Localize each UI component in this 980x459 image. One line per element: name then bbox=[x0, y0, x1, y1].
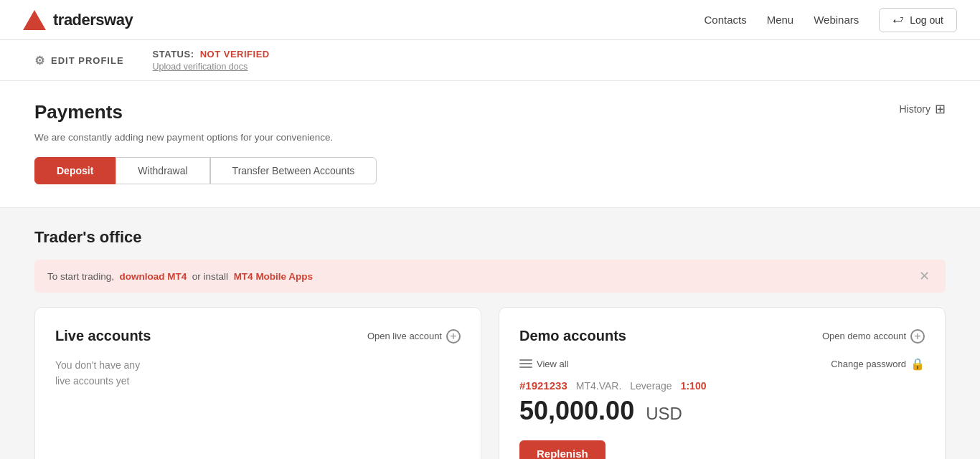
notice-middle: or install bbox=[192, 271, 228, 282]
history-icon: ⊞ bbox=[935, 101, 946, 117]
edit-icon: ⚙ bbox=[34, 54, 45, 67]
nav-contacts[interactable]: Contacts bbox=[704, 14, 746, 26]
payments-subtitle: We are constantly adding new payment opt… bbox=[34, 132, 946, 143]
plus-demo-icon: + bbox=[910, 329, 925, 344]
notice-prefix: To start trading, bbox=[47, 271, 114, 282]
live-accounts-card: Live accounts Open live account + You do… bbox=[34, 307, 481, 459]
live-accounts-title: Live accounts bbox=[55, 328, 151, 344]
demo-account-id-row: #1921233 MT4.VAR. Leverage 1:100 bbox=[519, 379, 925, 392]
history-link[interactable]: History ⊞ bbox=[899, 101, 946, 117]
download-mt4-link[interactable]: download MT4 bbox=[120, 271, 187, 282]
logout-label: Log out bbox=[910, 14, 943, 26]
open-live-label: Open live account bbox=[367, 331, 442, 341]
accounts-grid: Live accounts Open live account + You do… bbox=[34, 307, 946, 459]
logout-icon: ⮐ bbox=[892, 14, 904, 27]
open-demo-label: Open demo account bbox=[822, 331, 906, 341]
trader-office-title: Trader's office bbox=[34, 228, 946, 247]
plus-icon: + bbox=[446, 329, 461, 344]
demo-accounts-card: Demo accounts Open demo account + View a… bbox=[499, 307, 946, 459]
payment-tabs: Deposit Withdrawal Transfer Between Acco… bbox=[34, 157, 946, 184]
status-area: STATUS: NOT VERIFIED Upload verification… bbox=[153, 49, 270, 72]
payments-title: Payments bbox=[34, 101, 123, 123]
navbar: tradersway Contacts Menu Webinars ⮐ Log … bbox=[0, 0, 980, 40]
account-id-badge: #1921233 bbox=[519, 379, 567, 392]
view-all-button[interactable]: View all bbox=[519, 359, 569, 369]
tab-deposit[interactable]: Deposit bbox=[34, 157, 116, 184]
main-content: Trader's office To start trading, downlo… bbox=[0, 208, 980, 459]
replenish-button[interactable]: Replenish bbox=[519, 440, 606, 459]
leverage-label: Leverage bbox=[630, 380, 672, 392]
nav-webinars[interactable]: Webinars bbox=[814, 14, 859, 26]
edit-profile-button[interactable]: ⚙ EDIT PROFILE bbox=[34, 54, 124, 67]
profile-status-bar: ⚙ EDIT PROFILE STATUS: NOT VERIFIED Uplo… bbox=[0, 40, 980, 81]
change-password-button[interactable]: Change password 🔒 bbox=[831, 357, 925, 371]
leverage-value: 1:100 bbox=[681, 380, 707, 392]
status-label: STATUS: NOT VERIFIED bbox=[153, 49, 270, 60]
demo-accounts-header: Demo accounts Open demo account + bbox=[519, 328, 925, 344]
account-platform: MT4.VAR. bbox=[576, 380, 622, 392]
logo-text: tradersway bbox=[53, 11, 133, 29]
payments-section: Payments History ⊞ We are constantly add… bbox=[0, 81, 980, 208]
balance-currency: USD bbox=[646, 404, 682, 423]
account-balance: 50,000.00 USD bbox=[519, 396, 925, 426]
demo-accounts-title: Demo accounts bbox=[519, 328, 626, 344]
mt4-mobile-link[interactable]: MT4 Mobile Apps bbox=[234, 271, 314, 282]
nav-links: Contacts Menu Webinars ⮐ Log out bbox=[704, 8, 957, 32]
trader-notice-text: To start trading, download MT4 or instal… bbox=[47, 271, 313, 282]
open-live-account-button[interactable]: Open live account + bbox=[367, 329, 461, 344]
balance-amount: 50,000.00 bbox=[519, 396, 634, 425]
change-password-label: Change password bbox=[831, 359, 906, 369]
close-notice-button[interactable]: ✕ bbox=[916, 268, 933, 284]
logout-button[interactable]: ⮐ Log out bbox=[879, 8, 957, 32]
empty-line1: You don't have any bbox=[55, 359, 140, 371]
live-accounts-empty-text: You don't have any live accounts yet bbox=[55, 357, 461, 389]
lock-icon: 🔒 bbox=[910, 357, 925, 371]
open-demo-account-button[interactable]: Open demo account + bbox=[822, 329, 925, 344]
status-value: NOT VERIFIED bbox=[200, 49, 270, 60]
demo-account-meta: View all Change password 🔒 bbox=[519, 357, 925, 371]
status-prefix: STATUS: bbox=[153, 49, 194, 60]
view-all-icon bbox=[519, 359, 532, 369]
history-label: History bbox=[899, 103, 930, 115]
tab-withdrawal[interactable]: Withdrawal bbox=[116, 157, 209, 184]
logo: tradersway bbox=[23, 10, 133, 30]
logo-triangle-icon bbox=[23, 10, 46, 30]
live-accounts-header: Live accounts Open live account + bbox=[55, 328, 461, 344]
payments-header: Payments History ⊞ bbox=[34, 101, 946, 123]
trader-notice: To start trading, download MT4 or instal… bbox=[34, 260, 946, 293]
nav-menu[interactable]: Menu bbox=[767, 14, 794, 26]
upload-docs-link[interactable]: Upload verification docs bbox=[153, 62, 270, 72]
view-all-label: View all bbox=[537, 359, 569, 369]
tab-transfer[interactable]: Transfer Between Accounts bbox=[210, 157, 377, 184]
empty-line2: live accounts yet bbox=[55, 375, 130, 387]
edit-profile-label: EDIT PROFILE bbox=[51, 55, 124, 66]
